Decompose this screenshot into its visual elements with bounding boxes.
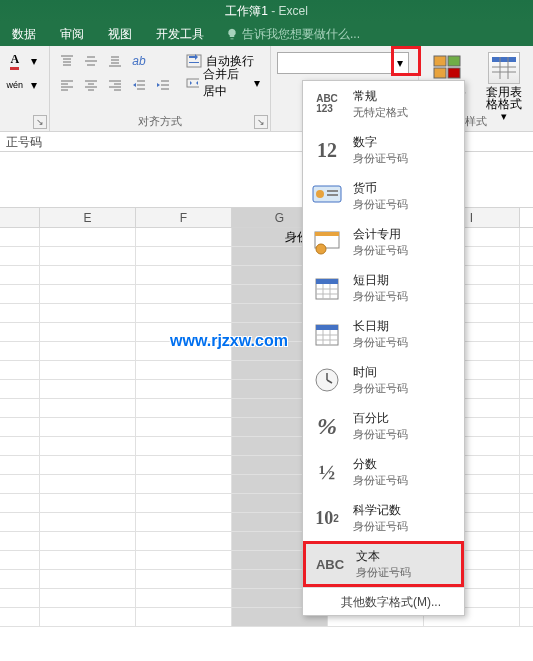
- svg-point-13: [316, 244, 326, 254]
- cell[interactable]: [40, 323, 136, 341]
- cell[interactable]: [40, 437, 136, 455]
- cell[interactable]: [40, 608, 136, 626]
- format-time[interactable]: 时间身份证号码: [303, 357, 464, 403]
- cell[interactable]: [136, 532, 232, 550]
- format-number[interactable]: 12数字身份证号码: [303, 127, 464, 173]
- cell[interactable]: [136, 266, 232, 284]
- align-top-button[interactable]: [56, 50, 78, 72]
- align-middle-button[interactable]: [80, 50, 102, 72]
- cell[interactable]: [136, 304, 232, 322]
- svg-point-8: [316, 190, 324, 198]
- decrease-indent-button[interactable]: [128, 74, 150, 96]
- cell[interactable]: [136, 399, 232, 417]
- tell-me[interactable]: 告诉我您想要做什么...: [216, 22, 360, 46]
- tab-developer[interactable]: 开发工具: [144, 22, 216, 46]
- cell[interactable]: [136, 570, 232, 588]
- cell[interactable]: [136, 285, 232, 303]
- group-label: 对齐方式: [50, 114, 270, 129]
- cell[interactable]: [40, 380, 136, 398]
- cell[interactable]: [40, 266, 136, 284]
- cell[interactable]: [40, 494, 136, 512]
- cell[interactable]: [136, 418, 232, 436]
- orientation-button[interactable]: ab: [128, 50, 150, 72]
- cell[interactable]: [136, 437, 232, 455]
- svg-rect-10: [327, 194, 338, 196]
- svg-rect-4: [434, 68, 446, 78]
- cell[interactable]: [136, 323, 232, 341]
- format-scientific[interactable]: 102科学记数身份证号码: [303, 495, 464, 541]
- format-general[interactable]: ABC123常规无特定格式: [303, 81, 464, 127]
- cell[interactable]: [40, 589, 136, 607]
- cell[interactable]: [40, 361, 136, 379]
- cell[interactable]: [136, 456, 232, 474]
- format-long-date[interactable]: 长日期身份证号码: [303, 311, 464, 357]
- align-bottom-button[interactable]: [104, 50, 126, 72]
- cell[interactable]: [40, 285, 136, 303]
- cell[interactable]: [136, 380, 232, 398]
- cell[interactable]: [136, 589, 232, 607]
- chevron-down-icon[interactable]: ▾: [26, 50, 44, 72]
- cell[interactable]: [136, 513, 232, 531]
- scientific-icon: 102: [311, 502, 343, 534]
- svg-rect-6: [492, 57, 516, 62]
- col-header[interactable]: [0, 208, 40, 227]
- general-icon: ABC123: [311, 88, 343, 120]
- format-currency[interactable]: 货币身份证号码: [303, 173, 464, 219]
- format-short-date[interactable]: 短日期身份证号码: [303, 265, 464, 311]
- merge-icon: [186, 75, 199, 91]
- svg-rect-12: [315, 232, 339, 236]
- alignment-group: ab 自动换行 合并后居中 ▾ 对齐方式 ↘: [50, 46, 271, 131]
- svg-rect-9: [327, 190, 338, 192]
- align-center-button[interactable]: [80, 74, 102, 96]
- cell[interactable]: [40, 532, 136, 550]
- time-icon: [311, 364, 343, 396]
- cell[interactable]: [40, 342, 136, 360]
- cell[interactable]: [40, 513, 136, 531]
- cell[interactable]: [40, 475, 136, 493]
- tab-review[interactable]: 审阅: [48, 22, 96, 46]
- format-percentage[interactable]: %百分比身份证号码: [303, 403, 464, 449]
- table-format-icon: [488, 52, 520, 84]
- format-fraction[interactable]: ½分数身份证号码: [303, 449, 464, 495]
- cell[interactable]: [136, 551, 232, 569]
- app-name: Excel: [279, 4, 308, 18]
- merge-center-button[interactable]: 合并后居中 ▾: [182, 72, 264, 94]
- cell[interactable]: [40, 399, 136, 417]
- cell[interactable]: [40, 456, 136, 474]
- format-text[interactable]: ABC文本身份证号码: [303, 541, 464, 587]
- shortdate-icon: [311, 272, 343, 304]
- cell[interactable]: [136, 494, 232, 512]
- group-launcher-icon[interactable]: ↘: [33, 115, 47, 129]
- cell[interactable]: [40, 551, 136, 569]
- tab-data[interactable]: 数据: [0, 22, 48, 46]
- align-left-button[interactable]: [56, 74, 78, 96]
- svg-rect-2: [434, 56, 446, 66]
- cell[interactable]: [40, 247, 136, 265]
- col-header-e[interactable]: E: [40, 208, 136, 227]
- cell[interactable]: [136, 247, 232, 265]
- cell[interactable]: [40, 304, 136, 322]
- cell[interactable]: [136, 361, 232, 379]
- font-color-button[interactable]: A: [6, 50, 24, 72]
- fraction-icon: ½: [311, 456, 343, 488]
- number-format-select[interactable]: ▾: [277, 52, 409, 74]
- group-launcher-icon[interactable]: ↘: [254, 115, 268, 129]
- tab-view[interactable]: 视图: [96, 22, 144, 46]
- cell[interactable]: [136, 608, 232, 626]
- format-accounting[interactable]: 会计专用身份证号码: [303, 219, 464, 265]
- cell[interactable]: [136, 475, 232, 493]
- more-number-formats[interactable]: 其他数字格式(M)...: [303, 587, 464, 615]
- col-header-f[interactable]: F: [136, 208, 232, 227]
- doc-title: 工作簿1: [225, 4, 268, 18]
- cell[interactable]: [40, 418, 136, 436]
- currency-icon: [311, 180, 343, 212]
- cell[interactable]: [40, 570, 136, 588]
- chevron-down-icon[interactable]: ▾: [26, 74, 44, 96]
- pinyin-button[interactable]: wén: [6, 74, 24, 96]
- cell[interactable]: [136, 342, 232, 360]
- increase-indent-button[interactable]: [152, 74, 174, 96]
- align-right-button[interactable]: [104, 74, 126, 96]
- accounting-icon: [311, 226, 343, 258]
- percent-icon: %: [311, 410, 343, 442]
- chevron-down-icon[interactable]: ▾: [391, 52, 409, 74]
